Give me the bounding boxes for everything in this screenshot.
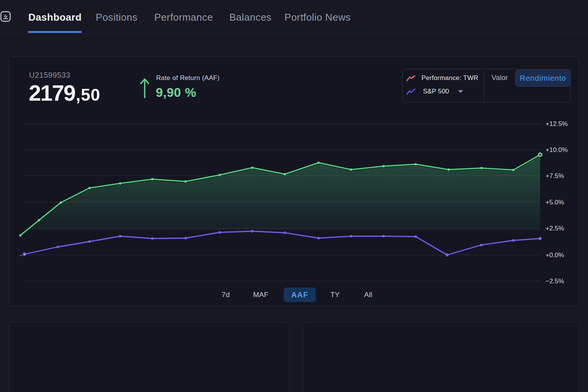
svg-text:+0.0%: +0.0% bbox=[546, 252, 564, 259]
svg-text:+5.0%: +5.0% bbox=[546, 199, 564, 206]
svg-text:+10.0%: +10.0% bbox=[546, 146, 568, 154]
svg-text:+12.5%: +12.5% bbox=[546, 120, 568, 127]
svg-text:+2.5%: +2.5% bbox=[546, 225, 564, 232]
svg-text:+7.5%: +7.5% bbox=[546, 172, 564, 180]
svg-text:−2.5%: −2.5% bbox=[546, 278, 564, 285]
